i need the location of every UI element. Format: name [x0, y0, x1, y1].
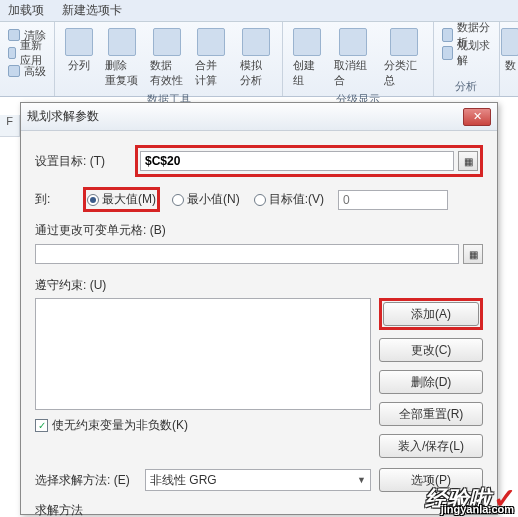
change-cells-label: 通过更改可变单元格: (B): [35, 222, 483, 239]
clear-icon: [8, 29, 20, 41]
reset-button[interactable]: 全部重置(R): [379, 402, 483, 426]
tab-addin[interactable]: 加载项: [8, 2, 44, 19]
subtotal-icon: [390, 28, 418, 56]
radio-icon: [254, 194, 266, 206]
radio-min[interactable]: 最小值(N): [172, 191, 240, 208]
remove-duplicates-button[interactable]: 删除 重复项: [101, 26, 142, 90]
solver-icon: [442, 46, 453, 60]
reapply-icon: [8, 47, 16, 59]
radio-icon: [172, 194, 184, 206]
ribbon-group-filter: 清除 重新应用 高级: [0, 22, 55, 96]
range-icon: ▦: [469, 249, 478, 260]
consolidate-icon: [197, 28, 225, 56]
advanced-button[interactable]: 高级: [6, 62, 48, 80]
consolidate-button[interactable]: 合并计算: [191, 26, 231, 90]
ribbon-group-partial: 数: [500, 22, 518, 96]
dialog-titlebar[interactable]: 规划求解参数 ✕: [21, 103, 497, 131]
ungroup-button[interactable]: 取消组合: [330, 26, 377, 90]
solve-method-heading: 求解方法: [35, 502, 483, 517]
radio-valueof[interactable]: 目标值:(V): [254, 191, 324, 208]
solver-button[interactable]: 规划求解: [440, 44, 493, 62]
whatif-icon: [242, 28, 270, 56]
validation-icon: [153, 28, 181, 56]
ribbon-group-datatools: 分列 删除 重复项 数据 有效性 合并计算 模拟分析 数据工具: [55, 22, 283, 96]
group-button[interactable]: 创建组: [289, 26, 326, 90]
range-picker-button-2[interactable]: ▦: [463, 244, 483, 264]
constraints-label: 遵守约束: (U): [35, 277, 483, 294]
tab-newtab[interactable]: 新建选项卡: [62, 2, 122, 19]
to-label: 到:: [35, 191, 83, 208]
close-button[interactable]: ✕: [463, 108, 491, 126]
reapply-button[interactable]: 重新应用: [6, 44, 48, 62]
row-header[interactable]: F: [0, 115, 20, 137]
close-icon: ✕: [473, 110, 482, 123]
dedup-icon: [108, 28, 136, 56]
watermark-url: jingyanla.com: [441, 503, 514, 515]
method-label: 选择求解方法: (E): [35, 472, 145, 489]
chevron-down-icon: ▼: [357, 475, 366, 485]
ribbon-label-analysis: 分析: [440, 79, 493, 94]
constraints-list[interactable]: [35, 298, 371, 410]
set-target-label: 设置目标: (T): [35, 153, 135, 170]
radio-max[interactable]: 最大值(M): [87, 191, 156, 208]
ribbon-group-analysis: 数据分析 规划求解 分析: [434, 22, 500, 96]
whatif-button[interactable]: 模拟分析: [236, 26, 276, 90]
change-cells-input[interactable]: [35, 244, 459, 264]
solver-dialog: 规划求解参数 ✕ 设置目标: (T) ▦ 到: 最大值(M): [20, 102, 498, 515]
columns-icon: [65, 28, 93, 56]
subtotal-button[interactable]: 分类汇总: [380, 26, 427, 90]
change-button[interactable]: 更改(C): [379, 338, 483, 362]
loadsave-button[interactable]: 装入/保存(L): [379, 434, 483, 458]
nonneg-checkbox[interactable]: ✓ 使无约束变量为非负数(K): [35, 417, 371, 434]
ribbon-group-outline: 创建组 取消组合 分类汇总 分级显示: [283, 22, 434, 96]
range-icon: ▦: [464, 156, 473, 167]
delete-button[interactable]: 删除(D): [379, 370, 483, 394]
dialog-title: 规划求解参数: [27, 108, 99, 125]
ribbon-tab-bar: 加载项 新建选项卡: [0, 0, 518, 22]
ribbon: 清除 重新应用 高级 分列 删除 重复项 数据 有效性 合并计算 模拟分析 数据…: [0, 22, 518, 97]
ungroup-icon: [339, 28, 367, 56]
target-value-input[interactable]: [338, 190, 448, 210]
checkbox-icon: ✓: [35, 419, 48, 432]
partial-button[interactable]: 数: [506, 26, 514, 75]
data-validation-button[interactable]: 数据 有效性: [146, 26, 187, 90]
target-cell-input[interactable]: [140, 151, 454, 171]
range-picker-button[interactable]: ▦: [458, 151, 478, 171]
partial-icon: [501, 28, 518, 56]
group-icon: [293, 28, 321, 56]
radio-icon: [87, 194, 99, 206]
add-button[interactable]: 添加(A): [383, 302, 479, 326]
analysis-icon: [442, 28, 453, 42]
advanced-icon: [8, 65, 20, 77]
method-select[interactable]: 非线性 GRG ▼: [145, 469, 371, 491]
text-to-columns-button[interactable]: 分列: [61, 26, 97, 75]
